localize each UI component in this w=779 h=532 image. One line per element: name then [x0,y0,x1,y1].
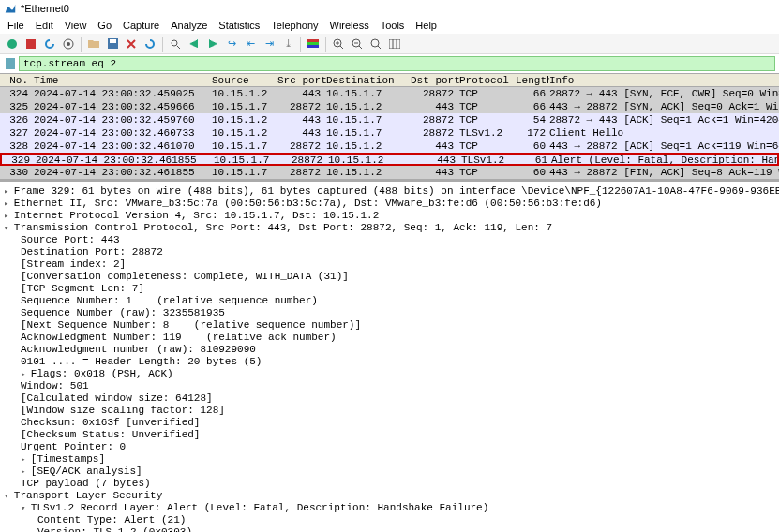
svg-point-2 [67,42,70,46]
packet-list-pane[interactable]: No. Time Source Src port Destination Dst… [0,73,779,180]
svg-rect-6 [307,39,319,42]
start-capture-icon[interactable] [4,36,21,52]
svg-rect-7 [307,42,319,45]
detail-tcp-field: Checksum: 0x163f [unverified] [4,417,775,429]
first-packet-icon[interactable]: ⇤ [242,36,259,52]
detail-tcp-flags[interactable]: Flags: 0x018 (PSH, ACK) [4,368,775,380]
zoom-reset-icon[interactable] [367,36,384,52]
detail-tcp-payload: TCP payload (7 bytes) [4,478,775,490]
last-packet-icon[interactable]: ⇥ [261,36,277,52]
svg-point-11 [371,39,379,47]
detail-ip[interactable]: Internet Protocol Version 4, Src: 10.15.… [4,210,775,222]
svg-rect-13 [6,58,15,69]
col-no[interactable]: No. [0,74,34,86]
window-title: *Ethernet0 [21,3,69,14]
title-bar: *Ethernet0 [0,0,779,17]
save-file-icon[interactable] [104,36,121,52]
packet-row[interactable]: 3292024-07-14 23:00:32.46185510.15.1.728… [0,153,779,166]
menu-bar: File Edit View Go Capture Analyze Statis… [0,17,779,34]
packet-row[interactable]: 3242024-07-14 23:00:32.45902510.15.1.244… [0,87,779,100]
detail-tcp-field: [Conversation completeness: Complete, WI… [4,271,775,283]
menu-tools[interactable]: Tools [377,19,409,32]
menu-go[interactable]: Go [94,19,115,32]
detail-tcp-field: Sequence Number: 1 (relative sequence nu… [4,295,775,307]
packet-row[interactable]: 3282024-07-14 23:00:32.46107010.15.1.728… [0,140,779,153]
col-time[interactable]: Time [34,74,212,86]
stop-capture-icon[interactable] [22,36,39,52]
svg-rect-12 [389,39,400,49]
col-destination[interactable]: Destination [326,74,411,86]
colorize-icon[interactable] [305,36,322,52]
detail-tls[interactable]: Transport Layer Security [4,490,775,502]
zoom-out-icon[interactable] [349,36,366,52]
svg-rect-0 [26,39,36,49]
detail-tcp-field: [Checksum Status: Unverified] [4,429,775,441]
detail-tls-field: Content Type: Alert (21) [4,514,775,526]
packet-row[interactable]: 3252024-07-14 23:00:32.45966610.15.1.728… [0,100,779,113]
detail-tcp-field: Sequence Number (raw): 3235581935 [4,307,775,319]
packet-row[interactable]: 3272024-07-14 23:00:32.46073310.15.1.244… [0,126,779,140]
menu-capture[interactable]: Capture [119,19,163,32]
detail-tcp[interactable]: Transmission Control Protocol, Src Port:… [4,222,775,234]
svg-point-5 [172,40,177,46]
col-dstport[interactable]: Dst port [411,74,459,86]
packet-list-header: No. Time Source Src port Destination Dst… [0,74,779,87]
detail-seqack[interactable]: [SEQ/ACK analysis] [4,466,775,478]
next-packet-icon[interactable]: ⯈ [204,36,221,52]
prev-packet-icon[interactable]: ⯇ [186,36,202,52]
zoom-in-icon[interactable] [330,36,347,52]
filter-bookmark-icon[interactable] [4,57,17,70]
main-toolbar: ⯇ ⯈ ↪ ⇤ ⇥ ⤓ [0,34,779,54]
menu-file[interactable]: File [4,19,28,32]
detail-tls-field: Version: TLS 1.2 (0x0303) [4,526,775,532]
close-file-icon[interactable] [123,36,140,52]
svg-rect-8 [307,45,319,48]
detail-tcp-field: [Calculated window size: 64128] [4,392,775,405]
resize-columns-icon[interactable] [386,36,403,52]
menu-analyze[interactable]: Analyze [167,19,211,32]
col-source[interactable]: Source [212,74,277,86]
display-filter-bar [0,54,779,73]
detail-ethernet[interactable]: Ethernet II, Src: VMware_b3:5c:7a (00:50… [4,198,775,210]
detail-tcp-field: Acknowledgment number (raw): 810929090 [4,344,775,356]
detail-tcp-field: [Window size scaling factor: 128] [4,405,775,417]
display-filter-input[interactable] [19,56,775,71]
detail-timestamps[interactable]: [Timestamps] [4,453,775,466]
toolbar-separator [162,37,163,52]
wireshark-icon [4,2,17,15]
open-file-icon[interactable] [85,36,102,52]
detail-tcp-field: Source Port: 443 [4,234,775,246]
detail-tls-record[interactable]: TLSv1.2 Record Layer: Alert (Level: Fata… [4,502,775,514]
menu-view[interactable]: View [61,19,91,32]
col-info[interactable]: Info [549,74,779,86]
col-length[interactable]: Length [516,74,549,86]
toolbar-separator [81,37,82,52]
menu-telephony[interactable]: Telephony [267,19,322,32]
packet-details-pane[interactable]: Frame 329: 61 bytes on wire (488 bits), … [0,180,779,532]
detail-tcp-field: [Stream index: 2] [4,259,775,271]
packet-row[interactable]: 3302024-07-14 23:00:32.46185510.15.1.728… [0,166,779,179]
reload-icon[interactable] [142,36,158,52]
detail-tcp-field: [TCP Segment Len: 7] [4,283,775,295]
detail-tcp-field: Urgent Pointer: 0 [4,441,775,453]
detail-tcp-field: Acknowledgment Number: 119 (relative ack… [4,332,775,344]
col-protocol[interactable]: Protocol [459,74,516,86]
restart-capture-icon[interactable] [41,36,58,52]
menu-edit[interactable]: Edit [32,19,57,32]
detail-tcp-field: Window: 501 [4,380,775,392]
menu-statistics[interactable]: Statistics [215,19,263,32]
find-icon[interactable] [167,36,184,52]
detail-tcp-field: [Next Sequence Number: 8 (relative seque… [4,319,775,332]
detail-frame[interactable]: Frame 329: 61 bytes on wire (488 bits), … [4,185,775,198]
goto-packet-icon[interactable]: ↪ [223,36,240,52]
toolbar-separator [300,37,301,52]
detail-tcp-field: Destination Port: 28872 [4,246,775,259]
packet-row[interactable]: 3262024-07-14 23:00:32.45976010.15.1.244… [0,113,779,126]
menu-help[interactable]: Help [412,19,441,32]
col-srcport[interactable]: Src port [277,74,326,86]
capture-options-icon[interactable] [60,36,77,52]
menu-wireless[interactable]: Wireless [326,19,373,32]
auto-scroll-icon[interactable]: ⤓ [279,36,296,52]
detail-tcp-field: 0101 .... = Header Length: 20 bytes (5) [4,356,775,368]
toolbar-separator [325,37,326,52]
